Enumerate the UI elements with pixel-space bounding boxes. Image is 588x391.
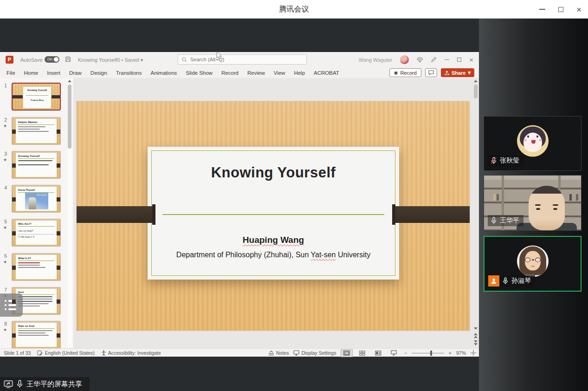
fit-slide-icon[interactable] — [471, 350, 476, 356]
slide-sorter-view-button[interactable] — [357, 350, 368, 357]
tab-home[interactable]: Home — [24, 70, 39, 76]
text-line — [18, 332, 45, 333]
tab-design[interactable]: Design — [90, 70, 107, 76]
spellcheck-icon — [37, 350, 43, 356]
reading-view-button[interactable] — [373, 350, 384, 357]
close-icon[interactable]: × — [576, 5, 582, 14]
search-box[interactable] — [178, 54, 307, 65]
ppt-restore-icon[interactable] — [457, 58, 461, 62]
scroll-up-icon[interactable] — [68, 80, 71, 82]
thumbnail-row-2: 2 ★ Delphic Maxims — [0, 117, 73, 146]
tab-draw[interactable]: Draw — [69, 70, 82, 76]
slide-thumbnail-4[interactable]: Know Thyself "Know thyself" — [12, 185, 61, 213]
zoom-slider[interactable] — [412, 353, 444, 353]
thumb-title: Knowing Yourself — [18, 155, 54, 157]
animation-star-icon[interactable]: ★ — [3, 327, 7, 332]
thumbnail-row-1: 1 Knowing Yourself Huaping Wang — [0, 83, 73, 111]
meeting-floating-toolbar[interactable] — [0, 293, 23, 317]
text-line — [18, 164, 49, 165]
tab-file[interactable]: File — [6, 70, 15, 76]
text-line — [18, 296, 52, 297]
slide-thumbnail-5[interactable]: Who Am I? I am my body? I = My body = X — [12, 219, 61, 247]
slide-indicator[interactable]: Slide 1 of 33 — [4, 350, 31, 356]
participant-name: 孙淑琴 — [511, 277, 531, 285]
ppt-minimize-icon[interactable] — [445, 59, 449, 60]
slide-thumbnail-2[interactable]: Delphic Maxims — [12, 117, 61, 145]
spellcheck-status[interactable]: English (United States) — [37, 350, 94, 356]
animation-star-icon[interactable]: ★ — [3, 157, 7, 162]
slide-thumbnail-3[interactable]: Knowing Yourself — [12, 151, 61, 179]
tab-acrobat[interactable]: ACROBAT — [314, 70, 339, 76]
record-icon: ◉ — [394, 70, 398, 75]
screen-share-banner[interactable]: 王华平的屏幕共享 — [0, 377, 90, 391]
slide-number: 3 — [4, 151, 7, 156]
scroll-down-icon[interactable] — [474, 327, 478, 330]
normal-view-button[interactable] — [341, 350, 352, 357]
slide-thumbnail-1[interactable]: Knowing Yourself Huaping Wang — [12, 83, 61, 111]
pen-icon[interactable] — [431, 57, 437, 63]
text-line — [18, 131, 49, 132]
thumb-text: I = My body = X — [18, 234, 54, 238]
maximize-icon[interactable] — [558, 7, 563, 12]
avatar — [517, 246, 549, 277]
zoom-level[interactable]: 97% — [456, 350, 466, 356]
file-name[interactable]: Knowing Yourself0 • Saved ▾ — [78, 57, 143, 63]
tab-record[interactable]: Record — [221, 70, 239, 76]
tab-slide-show[interactable]: Slide Show — [186, 70, 213, 76]
mic-icon — [17, 380, 23, 388]
animation-star-icon[interactable]: ★ — [3, 225, 7, 230]
notes-button[interactable]: Notes — [268, 350, 289, 356]
slide-number: 2 — [4, 117, 7, 123]
avatar — [517, 125, 549, 157]
main-slide[interactable]: Knowing Yourself Huaping Wang Department… — [77, 101, 470, 331]
ppt-close-icon[interactable]: × — [469, 56, 473, 63]
zoom-out-button[interactable]: − — [404, 350, 407, 356]
editor-scrollbar[interactable] — [473, 79, 478, 347]
text-line — [18, 301, 52, 302]
tab-animations[interactable]: Animations — [150, 70, 177, 76]
zoom-in-button[interactable]: + — [449, 350, 452, 356]
participant-tile-2[interactable]: 王华平 — [484, 175, 582, 231]
previous-slide-button[interactable] — [474, 333, 478, 338]
scrollbar-thumb[interactable] — [68, 85, 71, 149]
participant-tile-1[interactable]: 张秋莹 — [484, 116, 582, 171]
tab-view[interactable]: View — [274, 70, 285, 76]
animation-star-icon[interactable]: ★ — [3, 260, 7, 264]
comments-button[interactable] — [425, 68, 437, 77]
account-name: Wang Waguter — [359, 57, 393, 63]
scroll-up-icon[interactable] — [474, 80, 478, 82]
text-line — [18, 265, 40, 266]
accessibility-status[interactable]: Accessibility: Investigate — [101, 350, 161, 356]
slide-author: Huaping Wang — [148, 235, 399, 245]
slide-number: 5 — [4, 219, 7, 224]
autosave-toggle[interactable]: On — [45, 56, 59, 63]
record-button[interactable]: ◉Record — [389, 68, 421, 77]
slide-thumbnail-8[interactable]: Plato on Soul — [12, 321, 61, 348]
thumbnail-scrollbar[interactable] — [67, 79, 72, 347]
next-slide-button[interactable] — [474, 340, 478, 345]
scrollbar-thumb[interactable] — [474, 85, 478, 98]
display-settings-button[interactable]: Display Settings — [293, 350, 336, 356]
account-avatar[interactable] — [400, 55, 409, 64]
share-button[interactable]: Share▾ — [441, 68, 474, 77]
tab-insert[interactable]: Insert — [47, 70, 60, 76]
presenter-badge-icon — [488, 275, 499, 287]
slideshow-view-button[interactable] — [388, 350, 400, 357]
participant-tile-3[interactable]: 孙淑琴 — [484, 236, 582, 292]
thumb-title: Delphic Maxims — [18, 121, 54, 124]
slide-thumbnail-6[interactable]: What Is It? — [12, 253, 61, 281]
slide-number: 1 — [4, 83, 7, 88]
save-icon[interactable] — [65, 56, 71, 62]
tab-help[interactable]: Help — [294, 70, 305, 76]
text-line — [18, 335, 49, 336]
gem-icon[interactable] — [417, 57, 423, 63]
zoom-slider-thumb[interactable] — [430, 351, 432, 356]
minimize-icon[interactable] — [539, 9, 545, 10]
tab-transitions[interactable]: Transitions — [116, 70, 142, 76]
tab-review[interactable]: Review — [247, 70, 265, 76]
search-input[interactable] — [190, 57, 292, 62]
animation-star-icon[interactable]: ★ — [3, 124, 7, 128]
share-banner-text: 王华平的屏幕共享 — [26, 380, 82, 389]
list-icon — [5, 304, 23, 306]
slide-number: 6 — [4, 253, 7, 259]
